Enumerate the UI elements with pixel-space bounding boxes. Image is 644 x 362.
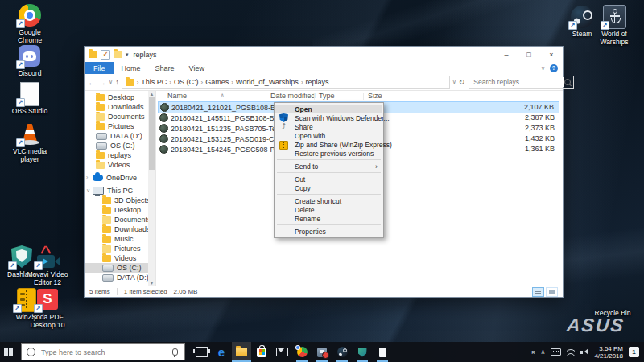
nav-item-documents[interactable]: Documents [85,215,155,224]
qat-new-folder-icon[interactable] [114,51,122,58]
forward-icon[interactable]: → [98,78,106,87]
tab-file[interactable]: File [85,62,114,74]
column-divider[interactable] [402,93,403,100]
context-menu-item-restore-previous-versions[interactable]: Restore previous versions [275,149,382,158]
desktop-icon-world-of-warships[interactable]: ↗ World of Warships [594,5,634,46]
context-menu-item-cut[interactable]: Cut [275,175,382,183]
taskbar-recorder-app[interactable] [312,342,332,362]
scrollbar-thumb[interactable] [149,97,155,170]
nav-item-desktop-quick[interactable]: Desktop [85,93,155,102]
close-button[interactable]: × [540,47,563,62]
desktop-icon-movavi[interactable]: ↗ Movavi Video Editor 12 [26,245,69,286]
nav-item-data-d[interactable]: DATA (D:) [85,273,155,282]
context-menu-item-share[interactable]: ⤴Share [275,122,382,131]
chevron-right-icon[interactable]: › [86,175,88,180]
desktop-icon-obs-studio[interactable]: ↗ OBS Studio [9,82,51,116]
nav-item-3d-objects[interactable]: 3D Objects [85,195,155,205]
breadcrumb-os-c[interactable]: OS (C:) [174,78,199,86]
taskbar-mail[interactable] [272,342,291,362]
qat-properties-icon[interactable]: ✓ [101,50,110,60]
desktop-icon-google-chrome[interactable]: ↗ Google Chrome [9,3,51,44]
address-dropdown-icon[interactable]: ∨ [452,79,456,85]
context-menu-item-open-with[interactable]: Open with... [275,131,382,140]
context-menu-item-send-to[interactable]: Send to› [275,162,382,171]
start-button[interactable] [0,342,21,362]
refresh-icon[interactable]: ↻ [459,78,465,86]
nav-item-documents-quick[interactable]: Documents [85,112,155,121]
history-dropdown-icon[interactable]: ∨ [109,79,113,85]
nav-item-replays-quick[interactable]: replays [85,150,155,160]
action-center-icon[interactable]: 1 [629,347,639,357]
task-view-button[interactable] [192,342,211,362]
column-header-name[interactable]: Name [167,92,187,100]
title-bar[interactable]: ✓ ▾ replays – □ × [85,47,563,62]
tab-home[interactable]: Home [114,62,148,74]
desktop-icon-soda-pdf[interactable]: S↗ Soda PDF Desktop 10 [27,288,68,329]
back-icon[interactable]: ← [88,78,96,87]
context-menu-item-scan-defender[interactable]: Scan with Windows Defender... [275,113,382,122]
breadcrumb[interactable]: › This PC › OS (C:) › Games › World_of_W… [122,76,450,89]
nav-item-os-c[interactable]: OS (C:) [85,263,155,273]
nav-item-onedrive[interactable]: ›OneDrive [85,173,155,183]
details-view-button[interactable] [532,287,544,297]
nav-item-desktop[interactable]: Desktop [85,205,155,215]
breadcrumb-replays[interactable]: replays [306,78,329,86]
taskbar-obs[interactable] [373,342,392,362]
taskbar-clock[interactable]: 3:54 PM 4/21/2018 [594,345,623,360]
breadcrumb-games[interactable]: Games [205,78,229,86]
taskbar-search-input[interactable] [39,348,168,357]
taskbar-steam[interactable] [332,342,352,362]
context-menu-item-zip-and-share[interactable]: Zip and Share (WinZip Express) [275,140,382,149]
microphone-icon[interactable] [172,348,178,356]
tray-app-icon[interactable]: ʀ [531,348,535,356]
taskbar-file-explorer[interactable] [232,342,251,362]
ribbon-expand-icon[interactable]: ∨ [541,65,545,72]
taskbar-search[interactable] [21,343,185,360]
network-icon[interactable] [567,349,575,356]
breadcrumb-this-pc[interactable]: This PC [141,78,167,86]
nav-item-videos[interactable]: Videos [85,253,155,263]
breadcrumb-world-of-warships[interactable]: World_of_Warships [236,78,299,86]
large-icons-view-button[interactable] [546,287,558,297]
nav-item-music[interactable]: Music [85,234,155,244]
keyboard-tray-icon[interactable] [551,348,561,356]
explorer-search[interactable] [469,76,574,89]
scroll-up-icon[interactable]: ▲ [148,91,155,97]
nav-item-pictures-quick[interactable]: Pictures [85,121,155,131]
chevron-down-icon[interactable]: ∨ [86,187,90,194]
desktop-icon-discord[interactable]: ↗ Discord [9,44,51,78]
context-menu-item-rename[interactable]: Rename [275,214,382,223]
tab-view[interactable]: View [182,62,212,74]
qat-dropdown-icon[interactable]: ▾ [126,51,129,58]
context-menu-item-properties[interactable]: Properties [275,227,382,236]
taskbar-store[interactable] [252,342,271,362]
nav-item-videos-quick[interactable]: Videos [85,160,155,170]
column-header-date-modified[interactable]: Date modified [270,92,316,100]
nav-item-downloads-quick[interactable]: Downloads [85,102,155,112]
volume-icon[interactable] [580,348,588,356]
up-icon[interactable]: ↑ [115,78,119,86]
taskbar-edge[interactable]: e [212,342,231,362]
column-divider[interactable] [363,93,364,100]
nav-item-os-c-quick[interactable]: OS (C:) [85,141,155,150]
nav-item-pictures[interactable]: Pictures [85,244,155,253]
desktop-icon-recycle-bin[interactable]: ♺ Recycle Bin [590,286,635,318]
column-header-size[interactable]: Size [368,92,382,100]
taskbar-chrome[interactable] [292,342,312,362]
column-header-type[interactable]: Type [319,92,335,100]
maximize-button[interactable]: □ [518,47,540,62]
context-menu-item-copy[interactable]: Copy [275,183,382,192]
nav-scrollbar[interactable]: ▲ ▼ [148,91,155,286]
context-menu-item-create-shortcut[interactable]: Create shortcut [275,196,382,205]
tray-chevron-up-icon[interactable]: ∧ [541,348,546,356]
context-menu-item-open[interactable]: Open [275,105,382,113]
desktop-icon-vlc[interactable]: ↗ VLC media player [9,122,51,163]
nav-item-this-pc[interactable]: ∨This PC [85,186,155,195]
context-menu-item-delete[interactable]: Delete [275,205,382,214]
nav-item-downloads[interactable]: Downloads [85,224,155,234]
help-icon[interactable]: ? [550,64,558,72]
explorer-search-input[interactable] [472,77,564,87]
tab-share[interactable]: Share [148,62,182,74]
column-divider[interactable] [314,93,315,100]
column-divider[interactable] [266,93,266,100]
